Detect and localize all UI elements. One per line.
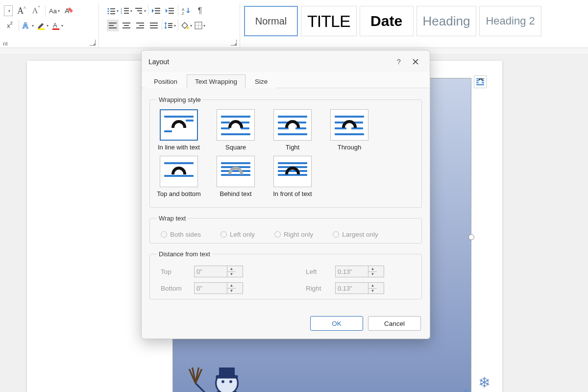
wrap-inline[interactable]: In line with text bbox=[157, 109, 201, 151]
right-spinner: ▲▼ bbox=[335, 282, 384, 294]
close-icon bbox=[412, 58, 419, 65]
spin-up: ▲ bbox=[227, 266, 236, 272]
wrap-square[interactable]: Square bbox=[214, 109, 258, 151]
wrap-tight[interactable]: Tight bbox=[270, 109, 315, 151]
left-input bbox=[336, 266, 368, 277]
dialog-titlebar[interactable]: Layout ? bbox=[142, 50, 430, 72]
top-input bbox=[195, 266, 227, 277]
wrap-style-legend: Wrapping style bbox=[157, 96, 203, 103]
ok-button[interactable]: OK bbox=[310, 316, 363, 331]
spin-up: ▲ bbox=[368, 283, 377, 289]
wrap-in-front[interactable]: In front of text bbox=[270, 156, 315, 197]
wrap-top-bottom[interactable]: Top and bottom bbox=[157, 156, 201, 197]
modal-backdrop: Layout ? Position Text Wrapping Size Wra… bbox=[0, 0, 588, 392]
radio-both-sides: Both sides bbox=[161, 231, 201, 238]
distance-group: Distance from text Top ▲▼ Left ▲▼ Bottom… bbox=[149, 250, 422, 299]
wrap-text-group: Wrap text Both sides Left only Right onl… bbox=[149, 215, 422, 244]
layout-dialog: Layout ? Position Text Wrapping Size Wra… bbox=[141, 50, 430, 339]
right-label: Right bbox=[306, 285, 335, 292]
spin-down: ▼ bbox=[368, 289, 377, 294]
close-button[interactable] bbox=[407, 55, 424, 68]
help-button[interactable]: ? bbox=[391, 55, 407, 68]
tab-size[interactable]: Size bbox=[246, 74, 276, 88]
wrap-behind[interactable]: Behind text bbox=[214, 156, 258, 197]
spin-down: ▼ bbox=[227, 289, 236, 294]
bottom-spinner: ▲▼ bbox=[194, 282, 243, 294]
radio-right-only: Right only bbox=[274, 231, 313, 238]
bottom-input bbox=[195, 283, 227, 294]
spin-up: ▲ bbox=[368, 266, 377, 272]
spin-up: ▲ bbox=[227, 283, 236, 289]
bottom-label: Bottom bbox=[161, 285, 194, 292]
right-input bbox=[336, 283, 368, 294]
tab-position[interactable]: Position bbox=[146, 74, 186, 88]
radio-largest-only: Largest only bbox=[333, 231, 378, 238]
top-label: Top bbox=[161, 268, 194, 275]
dialog-tabs: Position Text Wrapping Size bbox=[142, 72, 430, 88]
cancel-button[interactable]: Cancel bbox=[368, 316, 421, 331]
radio-left-only: Left only bbox=[220, 231, 255, 238]
tab-text-wrapping[interactable]: Text Wrapping bbox=[187, 74, 245, 88]
left-label: Left bbox=[306, 268, 335, 275]
top-spinner: ▲▼ bbox=[194, 266, 243, 277]
distance-legend: Distance from text bbox=[157, 250, 212, 258]
wrap-text-legend: Wrap text bbox=[157, 215, 188, 222]
wrapping-style-group: Wrapping style In line with text Square … bbox=[149, 96, 422, 208]
wrap-through[interactable]: Through bbox=[327, 109, 371, 151]
left-spinner: ▲▼ bbox=[335, 266, 384, 277]
spin-down: ▼ bbox=[368, 272, 377, 277]
dialog-title: Layout bbox=[148, 58, 169, 66]
spin-down: ▼ bbox=[227, 272, 236, 277]
